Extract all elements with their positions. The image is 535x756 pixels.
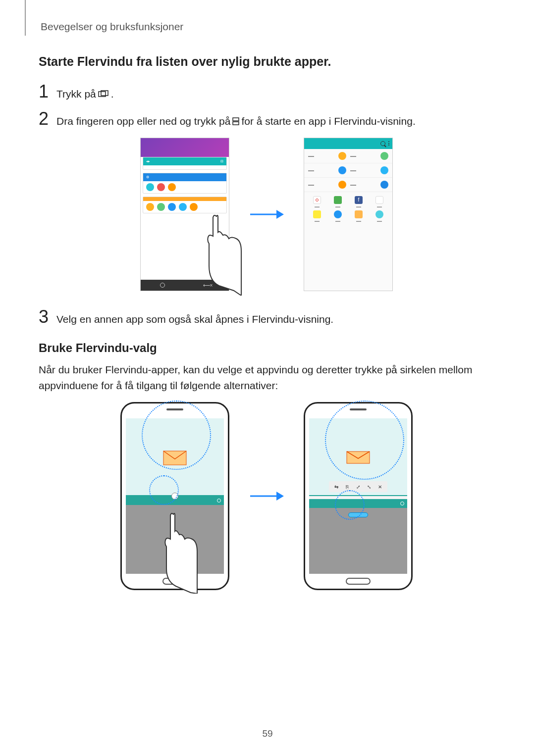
- swap-icon: ⇆: [333, 483, 340, 490]
- recent-apps-icon: [98, 90, 109, 98]
- step-text: Dra fingeren opp eller ned og trykk på f…: [56, 110, 416, 128]
- arrow-right-icon: [249, 207, 284, 222]
- page-header: Bevegelser og bruksfunksjoner: [41, 21, 183, 33]
- step-1: 1 Trykk på .: [39, 83, 494, 101]
- section1-title: Starte Flervindu fra listen over nylig b…: [39, 54, 494, 69]
- search-icon: [400, 502, 404, 505]
- step-3: 3 Velg en annen app som også skal åpnes …: [39, 308, 494, 326]
- minimize-icon: ⤡: [366, 483, 373, 490]
- section2-title: Bruke Flervindu-valg: [39, 341, 494, 355]
- highlight-circle: [325, 401, 404, 480]
- arrow-right-icon: [249, 489, 284, 504]
- step-1-post: .: [111, 87, 114, 101]
- more-icon: [388, 141, 389, 146]
- maximize-icon: ⤢: [355, 483, 362, 490]
- step-2-pre: Dra fingeren opp eller ned og trykk på: [56, 114, 230, 128]
- highlight-circle-small: [149, 475, 179, 505]
- svg-marker-8: [276, 492, 284, 501]
- close-all-icon: ⟵×: [203, 283, 210, 288]
- globe-icon: [160, 283, 165, 288]
- recent-apps-mock: ◂▸⊟ ⚙: [140, 138, 229, 291]
- multiwindow-icon: [232, 117, 239, 125]
- step-number: 1: [39, 83, 56, 101]
- svg-marker-5: [276, 210, 284, 219]
- search-icon: [217, 499, 221, 503]
- figure-row-2: ⇆ ⎘ ⤢ ⤡ ✕: [39, 402, 494, 590]
- page-number: 59: [262, 728, 272, 739]
- step-number: 2: [39, 110, 56, 128]
- figure-row-1: ◂▸⊟ ⚙: [39, 138, 494, 291]
- search-icon: [380, 141, 385, 146]
- header-rule: [25, 0, 26, 36]
- phone-mock-right: ⇆ ⎘ ⤢ ⤡ ✕: [304, 402, 413, 590]
- section2-body: Når du bruker Flervindu-apper, kan du ve…: [39, 362, 494, 393]
- close-icon: ✕: [376, 483, 383, 490]
- phone-mock-left: [120, 402, 229, 590]
- highlight-circle: [142, 401, 211, 470]
- step-text: Trykk på .: [56, 83, 114, 101]
- multiwindow-icon: ⊟: [220, 159, 223, 163]
- step-text: Velg en annen app som også skal åpnes i …: [56, 308, 333, 326]
- multiwindow-options-bar: ⇆ ⎘ ⤢ ⤡ ✕: [329, 481, 387, 492]
- step-2: 2 Dra fingeren opp eller ned og trykk på…: [39, 110, 494, 128]
- step-1-pre: Trykk på: [56, 87, 96, 101]
- step-2-post: for å starte en app i Flervindu-visning.: [241, 114, 415, 128]
- step-3-text: Velg en annen app som også skal åpnes i …: [56, 312, 333, 326]
- drag-content-icon: ⎘: [344, 483, 351, 490]
- svg-rect-3: [233, 122, 239, 125]
- highlight-circle-small: [335, 490, 365, 520]
- content: Starte Flervindu fra listen over nylig b…: [39, 54, 494, 607]
- myfiles-mock: ▬▬▬▬ ▬▬▬▬ ▬▬▬▬ ▬▬ ▬▬ f▬▬ ▬▬ ▬▬ ▬▬ ▬▬ ▬▬: [304, 138, 393, 291]
- step-number: 3: [39, 308, 56, 326]
- svg-rect-2: [233, 118, 239, 121]
